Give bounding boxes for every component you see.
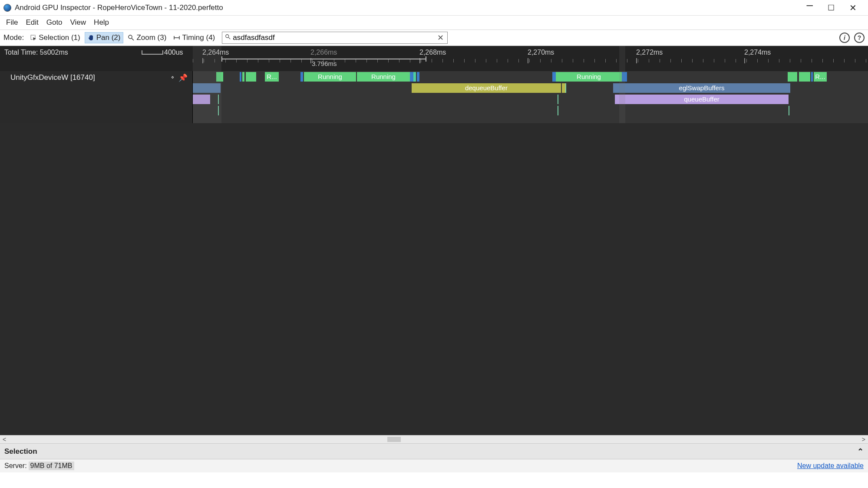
slice[interactable] bbox=[300, 72, 303, 82]
selection-icon bbox=[30, 34, 37, 41]
trace-view[interactable]: Total Time: 5s002ms 400us 2,264ms2,268ms… bbox=[0, 46, 868, 435]
mode-timing[interactable]: Timing (4) bbox=[171, 33, 218, 43]
slice-mark bbox=[558, 106, 558, 115]
search-field[interactable]: ✕ bbox=[222, 32, 448, 44]
slice[interactable] bbox=[417, 72, 419, 82]
slice[interactable]: dequeueBuffer bbox=[412, 83, 561, 93]
track-row-calls-2[interactable]: queueBuffer bbox=[193, 94, 868, 105]
svg-line-7 bbox=[228, 37, 230, 39]
search-clear-button[interactable]: ✕ bbox=[436, 33, 445, 43]
tick-label: 2,274ms bbox=[744, 49, 771, 56]
slice[interactable] bbox=[246, 72, 256, 82]
menubar: File Edit Goto View Help bbox=[0, 16, 868, 29]
menu-view[interactable]: View bbox=[67, 16, 90, 29]
slice[interactable] bbox=[242, 72, 244, 82]
slice-mark bbox=[789, 106, 789, 115]
range-span-bar bbox=[221, 59, 426, 59]
server-label: Server: bbox=[4, 462, 27, 470]
track-name: UnityGfxDeviceW [16740] bbox=[10, 73, 95, 82]
mode-label: Mode: bbox=[3, 33, 24, 42]
scale-bracket bbox=[142, 50, 163, 55]
slice-mark bbox=[565, 83, 566, 93]
slice[interactable]: Running bbox=[357, 72, 410, 82]
svg-point-1 bbox=[129, 35, 132, 39]
pin-icon[interactable]: 📌 bbox=[178, 73, 188, 82]
toolbar: Mode: Selection (1) Pan (2) Zoom (3) Tim… bbox=[0, 29, 868, 46]
slice[interactable]: Running bbox=[304, 72, 356, 82]
total-time-label: Total Time: 5s002ms bbox=[4, 49, 68, 56]
ruler-ticks bbox=[193, 58, 868, 71]
close-button[interactable]: ✕ bbox=[849, 3, 857, 13]
tick-label: 2,268ms bbox=[419, 49, 446, 56]
search-icon bbox=[225, 33, 231, 42]
scroll-right-arrow[interactable]: > bbox=[859, 436, 868, 443]
maximize-button[interactable]: ☐ bbox=[828, 3, 835, 13]
mode-selection-label: Selection (1) bbox=[39, 33, 80, 42]
tracks[interactable]: R...RunningRunningRunningR...dequeueBuff… bbox=[193, 71, 868, 123]
slice[interactable] bbox=[410, 72, 413, 82]
track-row-calls-3[interactable] bbox=[193, 105, 868, 116]
horizontal-scrollbar[interactable]: < > bbox=[0, 435, 868, 444]
memory-usage: 9MB of 71MB bbox=[29, 462, 74, 470]
timing-icon bbox=[173, 34, 180, 41]
slice[interactable] bbox=[413, 72, 416, 82]
search-input[interactable] bbox=[233, 33, 436, 42]
scrollbar-thumb[interactable] bbox=[387, 437, 401, 442]
menu-file[interactable]: File bbox=[3, 16, 21, 29]
slice[interactable]: R... bbox=[265, 72, 279, 82]
chevron-up-icon[interactable]: ⌃ bbox=[857, 447, 864, 456]
slice[interactable] bbox=[799, 72, 810, 82]
selection-panel-title: Selection bbox=[4, 447, 37, 456]
mode-zoom[interactable]: Zoom (3) bbox=[125, 33, 169, 43]
slice[interactable] bbox=[552, 72, 556, 82]
slice-mark bbox=[558, 95, 558, 104]
track-row-calls-1[interactable]: dequeueBuffereglSwapBuffers bbox=[193, 82, 868, 94]
time-ruler[interactable]: Total Time: 5s002ms 400us 2,264ms2,268ms… bbox=[0, 46, 868, 71]
hand-icon bbox=[88, 34, 95, 41]
statusbar: Server: 9MB of 71MB New update available bbox=[0, 459, 868, 472]
selection-panel-header[interactable]: Selection ⌃ bbox=[0, 444, 868, 459]
info-button[interactable]: i bbox=[839, 33, 850, 43]
mode-zoom-label: Zoom (3) bbox=[136, 33, 166, 42]
scroll-left-arrow[interactable]: < bbox=[0, 436, 9, 443]
slice[interactable] bbox=[788, 72, 797, 82]
svg-line-2 bbox=[132, 38, 134, 40]
slice[interactable] bbox=[811, 72, 813, 82]
window-title: Android GPU Inspector - RopeHeroViceTown… bbox=[15, 3, 223, 12]
empty-area bbox=[0, 123, 868, 435]
track-row-thread-state[interactable]: R...RunningRunningRunningR... bbox=[193, 71, 868, 82]
slice[interactable]: R... bbox=[814, 72, 827, 82]
tick-label: 2,272ms bbox=[636, 49, 663, 56]
mode-timing-label: Timing (4) bbox=[182, 33, 215, 42]
zoom-icon bbox=[128, 34, 135, 41]
scrollbar-track[interactable] bbox=[10, 437, 858, 442]
mode-selection[interactable]: Selection (1) bbox=[27, 33, 83, 43]
window-controls: – ☐ ✕ bbox=[807, 1, 868, 14]
collapse-icon[interactable]: ⌄⌃ bbox=[170, 75, 175, 80]
update-link[interactable]: New update available bbox=[797, 462, 864, 470]
tick-label: 2,270ms bbox=[528, 49, 554, 56]
menu-goto[interactable]: Goto bbox=[43, 16, 66, 29]
slice[interactable]: Running bbox=[556, 72, 622, 82]
menu-edit[interactable]: Edit bbox=[22, 16, 42, 29]
minimize-button[interactable]: – bbox=[807, 0, 813, 12]
range-span-label: 3.796ms bbox=[312, 60, 337, 67]
slice[interactable] bbox=[562, 83, 565, 93]
scale-label: 400us bbox=[164, 49, 183, 56]
faint-tick-label: 2,266ms bbox=[310, 49, 337, 56]
svg-point-6 bbox=[226, 35, 229, 38]
track-header[interactable]: UnityGfxDeviceW [16740] ⌄⌃ 📌 bbox=[0, 71, 193, 84]
mode-pan[interactable]: Pan (2) bbox=[85, 32, 124, 43]
mode-pan-label: Pan (2) bbox=[96, 33, 121, 42]
help-button[interactable]: ? bbox=[854, 33, 865, 43]
app-icon bbox=[3, 4, 11, 12]
titlebar: Android GPU Inspector - RopeHeroViceTown… bbox=[0, 0, 868, 16]
menu-help[interactable]: Help bbox=[90, 16, 112, 29]
slice[interactable] bbox=[240, 72, 241, 82]
slice[interactable]: eglSwapBuffers bbox=[613, 83, 790, 93]
slice[interactable]: queueBuffer bbox=[615, 95, 789, 104]
